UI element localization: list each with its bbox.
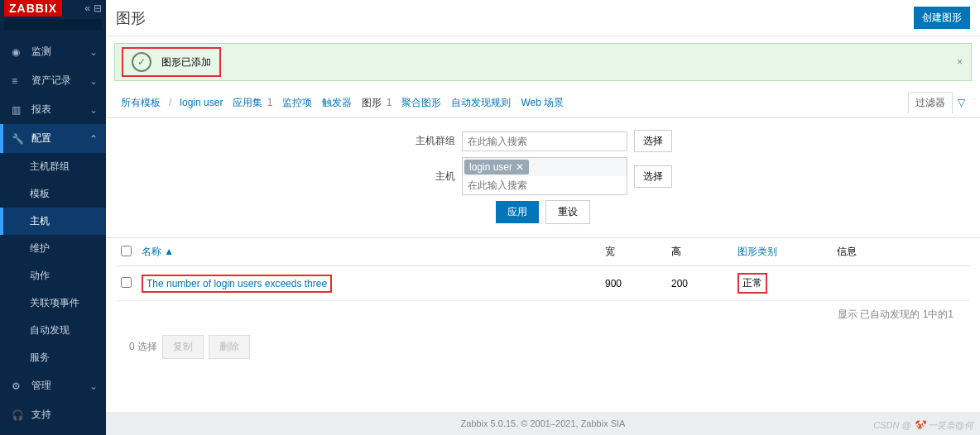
sidebar-footer: 🎧支持 ZShare ?帮助 👤User settings xyxy=(0,400,106,435)
tab-items[interactable]: 监控项 xyxy=(277,93,317,113)
eye-icon: ◉ xyxy=(12,46,25,58)
host-tag-box: login user✕ xyxy=(462,157,627,195)
graph-name-link[interactable]: The number of login users exceeds three xyxy=(147,278,327,289)
nav-admin[interactable]: ⚙管理⌄ xyxy=(0,371,106,400)
tab-web[interactable]: Web 场景 xyxy=(516,93,569,113)
tab-graphs[interactable]: 图形 1 xyxy=(357,93,396,113)
nav-label: 资产记录 xyxy=(31,74,71,88)
alert-highlight-box: ✓ 图形已添加 xyxy=(122,47,221,77)
chevron-down-icon: ⌄ xyxy=(89,380,98,392)
row-checkbox[interactable] xyxy=(121,277,132,288)
table-row: The number of login users exceeds three … xyxy=(116,266,970,301)
watermark: CSDN @ 🤡 一笑奈@何 xyxy=(873,419,973,432)
sidebar-item-templates[interactable]: 模板 xyxy=(0,180,106,208)
host-tag: login user✕ xyxy=(464,160,529,174)
tab-drules[interactable]: 自动发现规则 xyxy=(446,93,516,113)
filter-icon[interactable]: ▽ xyxy=(953,93,970,112)
sidebar-item-label: 服务 xyxy=(30,351,50,365)
table-header-row: 名称 ▲ 宽 高 图形类别 信息 xyxy=(116,238,970,266)
nav-support[interactable]: 🎧支持 xyxy=(0,400,106,429)
sidebar-item-correlation[interactable]: 关联项事件 xyxy=(0,289,106,317)
cell-height: 200 xyxy=(666,266,733,301)
filter-actions: 应用 重设 xyxy=(122,200,963,224)
sidebar-item-label: 自动发现 xyxy=(30,323,70,337)
copy-button[interactable]: 复制 xyxy=(162,335,204,359)
sidebar-item-maintenance[interactable]: 维护 xyxy=(0,235,106,262)
filter-tab[interactable]: 过滤器 xyxy=(908,92,953,113)
alert-close[interactable]: × xyxy=(957,56,963,68)
page-header: 图形 创建图形 xyxy=(106,0,980,36)
tab-label: 图形 xyxy=(362,97,382,108)
chevron-left-icon: « xyxy=(84,2,90,14)
cell-info xyxy=(832,266,970,301)
nav-inventory[interactable]: ≡资产记录⌄ xyxy=(0,66,106,95)
host-search-input[interactable] xyxy=(463,176,627,194)
table-wrap: 名称 ▲ 宽 高 图形类别 信息 The number of login use… xyxy=(106,238,980,366)
sidebar-collapse[interactable]: «⊟ xyxy=(84,2,102,14)
bc-all-templates[interactable]: 所有模板 xyxy=(116,93,166,113)
sidebar-item-discovery[interactable]: 自动发现 xyxy=(0,317,106,344)
wrench-icon: 🔧 xyxy=(12,133,25,145)
create-graph-button[interactable]: 创建图形 xyxy=(914,7,970,29)
sidebar-item-actions[interactable]: 动作 xyxy=(0,262,106,289)
list-icon: ≡ xyxy=(12,75,25,87)
nav-label: 配置 xyxy=(31,131,51,146)
tab-count: 1 xyxy=(387,97,392,108)
main: 图形 创建图形 ✓ 图形已添加 × 所有模板 / login user 应用集 … xyxy=(106,0,980,435)
filter-row-host: 主机 login user✕ 选择 xyxy=(122,157,963,195)
tab-triggers[interactable]: 触发器 xyxy=(317,93,357,113)
alert-wrap: ✓ 图形已添加 × xyxy=(106,36,980,88)
cell-width: 900 xyxy=(600,266,666,301)
sidebar-item-services[interactable]: 服务 xyxy=(0,344,106,371)
reset-button[interactable]: 重设 xyxy=(545,200,590,224)
select-all-checkbox[interactable] xyxy=(121,246,132,256)
col-type[interactable]: 图形类别 xyxy=(737,246,777,257)
hostgroup-select-button[interactable]: 选择 xyxy=(634,130,672,152)
logo: ZABBIX xyxy=(4,0,62,17)
sort-asc-icon: ▲ xyxy=(164,246,174,257)
sidebar-item-hostgroups[interactable]: 主机群组 xyxy=(0,153,106,180)
headset-icon: 🎧 xyxy=(12,409,25,421)
highlight-box: The number of login users exceeds three xyxy=(142,275,332,293)
nav-monitoring[interactable]: ◉监测⌄ xyxy=(0,37,106,66)
selection-count: 0 选择 xyxy=(129,340,157,354)
sidebar-item-label: 模板 xyxy=(30,187,50,201)
sidebar-item-label: 主机群组 xyxy=(30,160,70,174)
page-title: 图形 xyxy=(116,8,146,28)
tab-applications[interactable]: 应用集 1 xyxy=(228,93,277,113)
success-alert: ✓ 图形已添加 × xyxy=(114,43,972,81)
action-bar: 0 选择 复制 删除 xyxy=(116,328,970,366)
chevron-up-icon: ⌃ xyxy=(89,133,98,145)
nav-label: 管理 xyxy=(31,379,51,393)
chevron-down-icon: ⌄ xyxy=(89,104,98,116)
nav-config[interactable]: 🔧配置⌃ xyxy=(0,124,106,153)
result-info: 显示 已自动发现的 1中的1 xyxy=(116,301,970,328)
search-row: 🔍 xyxy=(4,19,102,31)
sidebar: ZABBIX «⊟ 🔍 ◉监测⌄ ≡资产记录⌄ ▥报表⌄ 🔧配置⌃ 主机群组 模… xyxy=(0,0,106,435)
sidebar-item-label: 维护 xyxy=(30,241,50,256)
sidebar-item-label: 主机 xyxy=(30,214,50,228)
hostgroup-input[interactable] xyxy=(462,131,627,151)
nav-share[interactable]: ZShare xyxy=(0,429,106,435)
chart-icon: ▥ xyxy=(12,104,25,116)
col-name[interactable]: 名称 ▲ xyxy=(142,246,174,257)
apply-button[interactable]: 应用 xyxy=(496,201,539,223)
nav-reports[interactable]: ▥报表⌄ xyxy=(0,95,106,124)
sidebar-item-label: 动作 xyxy=(30,269,50,283)
host-label: 主机 xyxy=(414,170,455,184)
tab-screens[interactable]: 聚合图形 xyxy=(396,93,446,113)
page-footer: Zabbix 5.0.15. © 2001–2021, Zabbix SIA xyxy=(106,412,980,435)
tab-label: 应用集 xyxy=(233,97,262,108)
gear-icon: ⚙ xyxy=(12,380,25,392)
sidebar-item-hosts[interactable]: 主机 xyxy=(0,208,106,235)
sidebar-item-label: 关联项事件 xyxy=(30,296,79,310)
tag-row: login user✕ xyxy=(463,158,627,176)
tag-remove-icon[interactable]: ✕ xyxy=(516,161,524,173)
bc-host[interactable]: login user xyxy=(175,93,228,112)
filter-row-hostgroup: 主机群组 选择 xyxy=(122,130,963,152)
host-select-button[interactable]: 选择 xyxy=(634,165,672,188)
col-height: 高 xyxy=(666,238,733,266)
sidebar-header: ZABBIX «⊟ xyxy=(0,0,106,17)
delete-button[interactable]: 删除 xyxy=(209,335,250,359)
graphs-table: 名称 ▲ 宽 高 图形类别 信息 The number of login use… xyxy=(116,238,970,301)
